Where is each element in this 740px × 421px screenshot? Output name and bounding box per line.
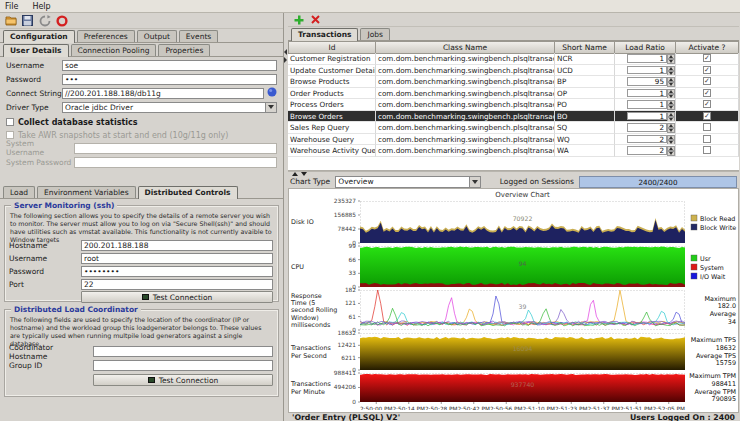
group-id-input[interactable] (93, 360, 273, 371)
svg-text:235327: 235327 (334, 198, 356, 204)
tab-configuration[interactable]: Configuration (3, 30, 75, 43)
load-ratio-input[interactable]: 95 (627, 77, 667, 86)
spinner-down-icon[interactable] (667, 117, 675, 122)
stop-icon[interactable] (55, 14, 68, 27)
password-input[interactable]: ••• (62, 74, 277, 85)
menu-help[interactable]: Help (32, 2, 50, 11)
tab-properties[interactable]: Properties (158, 44, 210, 56)
load-ratio-spinner[interactable] (667, 135, 675, 144)
splitter-collapse-right-icon[interactable] (284, 57, 287, 63)
ssh-password-input[interactable]: •••••••• (81, 266, 273, 277)
system-password-input[interactable] (74, 157, 277, 168)
system-username-input[interactable] (74, 143, 277, 154)
save-icon[interactable] (21, 14, 34, 27)
activate-checkbox[interactable]: ✓ (703, 54, 711, 62)
spinner-down-icon[interactable] (667, 59, 675, 64)
svg-text:78442: 78442 (338, 226, 357, 232)
tab-connection-pooling[interactable]: Connection Pooling (71, 44, 157, 56)
activate-checkbox[interactable] (703, 146, 711, 154)
spinner-down-icon[interactable] (667, 94, 675, 99)
load-ratio-spinner[interactable] (667, 89, 675, 98)
svg-text:94: 94 (519, 259, 527, 266)
bottom-tab-bar: Load Environment Variables Distributed C… (0, 185, 283, 199)
load-ratio-input[interactable]: 1 (627, 54, 667, 63)
collect-stats-label: Collect database statistics (18, 118, 137, 127)
start-icon[interactable] (38, 14, 51, 27)
svg-text:39: 39 (519, 303, 527, 310)
load-ratio-spinner[interactable] (667, 123, 675, 132)
connect-info-icon[interactable] (267, 87, 277, 99)
load-ratio-input[interactable]: 1 (627, 100, 667, 109)
table-row[interactable]: Process Orderscom.dom.benchmarking.swing… (288, 99, 739, 111)
table-row[interactable]: Warehouse Activity Querycom.dom.benchmar… (288, 145, 739, 157)
load-ratio-input[interactable]: 2 (627, 146, 667, 155)
spinner-down-icon[interactable] (667, 151, 675, 156)
splitter-collapse-left-icon[interactable] (284, 49, 287, 55)
load-ratio-input[interactable]: 1 (627, 112, 667, 121)
coordinator-hostname-input[interactable] (93, 346, 273, 357)
load-ratio-spinner[interactable] (667, 146, 675, 155)
menu-file[interactable]: File (5, 2, 18, 11)
table-row[interactable]: Update Customer Detailscom.dom.benchmark… (288, 65, 739, 77)
coordinator-title: Distributed Load Coordinator (11, 305, 141, 314)
load-ratio-spinner[interactable] (667, 66, 675, 75)
benchmark-name: 'Order Entry (PLSQL) V2' (292, 413, 400, 421)
activate-checkbox[interactable]: ✓ (703, 77, 711, 85)
activate-checkbox[interactable] (703, 135, 711, 143)
spinner-down-icon[interactable] (667, 82, 675, 87)
tab-environment-variables[interactable]: Environment Variables (37, 186, 136, 198)
vertical-splitter[interactable] (284, 13, 288, 421)
port-input[interactable]: 22 (81, 279, 273, 290)
load-ratio-spinner[interactable] (667, 112, 675, 121)
tab-load[interactable]: Load (3, 186, 35, 198)
tab-output[interactable]: Output (137, 30, 177, 42)
username-input[interactable]: soe (62, 60, 277, 71)
chevron-down-icon[interactable] (469, 177, 480, 187)
test-connection-button[interactable]: Test Connection (81, 291, 273, 303)
coordinator-test-connection-button[interactable]: Test Connection (93, 374, 273, 386)
ssh-username-input[interactable]: root (81, 253, 273, 264)
tab-transactions[interactable]: Transactions (291, 28, 358, 41)
load-ratio-input[interactable]: 2 (627, 135, 667, 144)
connect-string-input[interactable]: //200.201.188.188/db11g (62, 88, 264, 99)
chevron-down-icon[interactable] (265, 103, 276, 112)
tab-events[interactable]: Events (179, 30, 218, 42)
hostname-input[interactable]: 200.201.188.188 (81, 240, 273, 251)
tab-distributed-controls[interactable]: Distributed Controls (138, 186, 238, 199)
table-row[interactable]: Customer Registrationcom.dom.benchmarkin… (288, 53, 739, 65)
driver-type-select[interactable]: Oracle jdbc Driver (62, 102, 277, 113)
cell-activate: ✓ (676, 88, 739, 100)
load-ratio-input[interactable]: 1 (627, 89, 667, 98)
activate-checkbox[interactable]: ✓ (703, 89, 711, 97)
cell-id: Process Orders (288, 99, 376, 111)
collect-stats-checkbox[interactable] (6, 118, 14, 126)
table-row[interactable]: Browse Orderscom.dom.benchmarking.swingb… (288, 111, 739, 123)
tab-jobs[interactable]: Jobs (360, 28, 389, 40)
tab-user-details[interactable]: User Details (3, 44, 69, 57)
cell-id: Update Customer Details (288, 65, 376, 77)
spinner-down-icon[interactable] (667, 128, 675, 133)
load-ratio-spinner[interactable] (667, 100, 675, 109)
table-row[interactable]: Browse Productscom.dom.benchmarking.swin… (288, 76, 739, 88)
activate-checkbox[interactable]: ✓ (703, 112, 711, 120)
load-ratio-spinner[interactable] (667, 54, 675, 63)
table-row[interactable]: Sales Rep Querycom.dom.benchmarking.swin… (288, 122, 739, 134)
open-icon[interactable] (4, 14, 17, 27)
table-row[interactable]: Order Productscom.dom.benchmarking.swing… (288, 88, 739, 100)
load-ratio-spinner[interactable] (667, 77, 675, 86)
activate-checkbox[interactable] (703, 123, 711, 131)
table-row[interactable]: Warehouse Querycom.dom.benchmarking.swin… (288, 134, 739, 146)
tab-preferences[interactable]: Preferences (77, 30, 135, 42)
load-ratio-input[interactable]: 1 (627, 66, 667, 75)
activate-checkbox[interactable]: ✓ (703, 66, 711, 74)
spinner-down-icon[interactable] (667, 105, 675, 110)
activate-checkbox[interactable]: ✓ (703, 100, 711, 108)
spinner-down-icon[interactable] (667, 140, 675, 145)
load-ratio-input[interactable]: 2 (627, 123, 667, 132)
svg-text:2:52:05 PM: 2:52:05 PM (652, 405, 685, 410)
add-icon[interactable] (292, 13, 305, 26)
spinner-down-icon[interactable] (667, 71, 675, 76)
delete-icon[interactable] (309, 13, 322, 26)
cell-id: Browse Orders (288, 111, 376, 123)
chart-type-select[interactable]: Overview (335, 176, 481, 188)
